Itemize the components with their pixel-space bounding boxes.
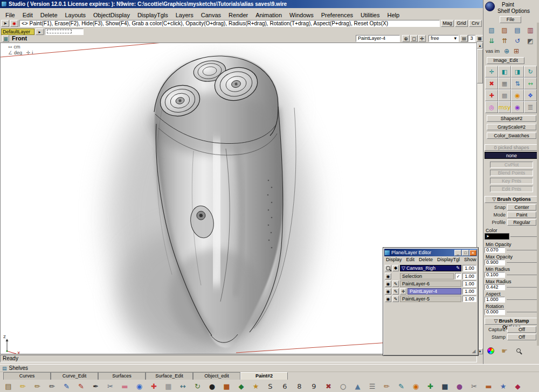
revert-icon[interactable]: ↺ <box>511 36 524 46</box>
view-grid-icon[interactable]: ▦ <box>2 35 9 42</box>
prompt-pick-icon[interactable]: ◉ <box>10 20 18 27</box>
pencil-sepia-icon[interactable]: ✏ <box>379 380 394 392</box>
mag-button[interactable]: Mag <box>441 20 454 27</box>
eye-icon[interactable]: ◉ <box>385 288 391 295</box>
scissors-icon[interactable]: ✂ <box>103 380 118 392</box>
tab-surface-edit[interactable]: Surface_Edit <box>146 372 193 380</box>
tab-paint2[interactable]: Paint#2 <box>240 372 288 380</box>
prompt-arrow-icon[interactable]: ➤ <box>1 20 9 27</box>
layers-shelf-icon[interactable]: ⊞ <box>514 47 519 55</box>
editor-menu-item[interactable]: DisplayTgl <box>437 257 460 263</box>
save-as-icon[interactable]: ▥ <box>524 25 537 36</box>
square-brush-icon[interactable]: ■ <box>219 380 234 392</box>
eraser-icon[interactable]: ▬ <box>118 380 132 392</box>
menu-item[interactable]: Edit <box>19 11 37 19</box>
canvas-plane-opacity[interactable]: 1.00 <box>462 265 476 271</box>
pen-red-icon[interactable]: ✎ <box>74 380 88 392</box>
lines-brush-icon[interactable]: ☰ <box>365 380 379 392</box>
image-edit-tab[interactable]: Image_Edit <box>487 57 524 64</box>
menu-item[interactable]: Layers <box>172 11 197 19</box>
layer-opacity[interactable]: 1.00 <box>462 296 476 302</box>
field-value-input[interactable]: 0.900 <box>485 260 505 265</box>
new-image-icon[interactable]: ▧ <box>485 25 498 36</box>
zoom-shelf-icon[interactable]: ⊕ <box>504 47 509 55</box>
pen-teal-icon[interactable]: ✎ <box>394 380 409 392</box>
resize-image-icon[interactable]: ↔ <box>524 78 537 89</box>
zoom-magnifier-icon[interactable]: ⊕ <box>402 35 410 42</box>
msy-swatch-icon[interactable]: msy <box>498 101 511 113</box>
editor-menu-item[interactable]: Show <box>464 257 476 263</box>
grayscale-button[interactable]: GrayScale#2 <box>487 124 536 130</box>
tab-curve-edit[interactable]: Curve_Edit <box>51 372 98 380</box>
none-shape-button[interactable]: none <box>485 152 538 159</box>
field-slider[interactable] <box>507 299 538 300</box>
eye-icon[interactable]: ◉ <box>385 273 391 279</box>
crv-button[interactable]: Crv <box>469 20 482 27</box>
mode-selector[interactable]: free▾ <box>429 35 459 42</box>
field-slider[interactable] <box>507 287 538 288</box>
field-slider[interactable] <box>507 262 538 263</box>
layer-preview-field[interactable] <box>45 29 84 35</box>
layer-opacity[interactable]: 1.00 <box>462 288 476 295</box>
menu-item[interactable]: File <box>2 11 19 19</box>
add-region-icon[interactable]: ✚ <box>485 89 498 101</box>
stencil-9-icon[interactable]: 9 <box>307 380 321 392</box>
shapes-button[interactable]: Shapes#2 <box>487 115 536 122</box>
star-blue-icon[interactable]: ★ <box>496 380 510 392</box>
editor-minimize-button[interactable]: _ <box>454 250 461 256</box>
stencil-s-icon[interactable]: S <box>263 380 278 392</box>
page-number-field[interactable]: 3 <box>468 35 475 42</box>
eye-icon[interactable]: ◉ <box>385 296 391 302</box>
pen-blue-icon[interactable]: ✎ <box>59 380 74 392</box>
smear-tool-icon[interactable]: ↔ <box>176 380 190 392</box>
texture-brush-icon[interactable]: ▦ <box>161 380 176 392</box>
color-swatches-button[interactable]: Color_Swatches <box>487 132 536 139</box>
menu-item[interactable]: Animation <box>252 11 286 19</box>
editor-maximize-button[interactable]: □ <box>462 250 469 256</box>
menu-item[interactable]: Render <box>225 11 252 19</box>
diamond-brush-icon[interactable]: ◆ <box>234 380 248 392</box>
field-slider[interactable] <box>507 250 538 250</box>
find-layer-icon[interactable] <box>385 265 391 271</box>
purple-dot-icon[interactable]: ● <box>452 380 467 392</box>
stencil-6-icon[interactable]: 6 <box>278 380 292 392</box>
field-slider[interactable] <box>507 275 538 275</box>
layer-opacity[interactable]: 1.00 <box>462 281 476 287</box>
file-shelf-button[interactable]: File <box>500 16 521 23</box>
menu-item[interactable]: Delete <box>37 11 61 19</box>
field-value-input[interactable]: 0.442 <box>485 284 505 290</box>
import-icon[interactable]: ⇊ <box>485 36 498 46</box>
layer-name-selected[interactable]: PaintLayer-4 <box>407 288 461 295</box>
field-value-input[interactable]: 0.100 <box>485 272 505 278</box>
menu-item[interactable]: Utilities <box>357 11 383 19</box>
page-grid-icon[interactable]: ▦ <box>476 35 483 42</box>
field-slider[interactable] <box>507 312 538 312</box>
orange-dot-icon[interactable]: ◉ <box>409 380 423 392</box>
levels-icon[interactable]: ☰ <box>524 101 537 113</box>
panel-scrollbar[interactable] <box>537 23 539 346</box>
layer-row-paintlayer-6[interactable]: ◉ ✎ PaintLayer-6 1.00 <box>385 280 476 288</box>
pan-image-icon[interactable]: ✛ <box>485 66 498 78</box>
shelf-layers-icon[interactable]: ▤ <box>1 380 16 392</box>
tab-surfaces[interactable]: Surfaces <box>98 372 146 380</box>
airbrush-icon[interactable]: ◉ <box>132 380 147 392</box>
eye-icon[interactable]: ◉ <box>385 281 391 287</box>
diamond-red-icon[interactable]: ◆ <box>510 380 525 392</box>
plane-layer-editor-window[interactable]: Plane/Layer Editor _ □ ✕ DisplayEditDele… <box>383 247 479 356</box>
rotate-image-icon[interactable]: ↻ <box>524 66 537 78</box>
layer-row-paintlayer-4[interactable]: ◉ ✎ ✛ PaintLayer-4 1.00 <box>385 288 476 295</box>
page-stack-icon[interactable]: ▤ <box>460 35 468 42</box>
dot-brush-icon[interactable]: ● <box>205 380 219 392</box>
triangle-brush-icon[interactable]: ▲ <box>350 380 365 392</box>
export-icon[interactable]: ⇈ <box>498 36 511 46</box>
rgb-balls-icon[interactable]: ❖ <box>524 89 537 101</box>
grid-button[interactable]: Grid <box>455 20 468 27</box>
option-value-button[interactable]: Off <box>507 326 536 333</box>
scroll-up-icon[interactable]: ▲ <box>477 43 483 48</box>
paint-layer-selector[interactable]: PaintLayer-4 <box>356 35 400 42</box>
palette-icon[interactable]: ◉ <box>511 101 524 113</box>
move-icon[interactable]: ✛ <box>400 288 406 295</box>
field-value-input[interactable]: 0.070 <box>485 247 505 253</box>
layer-name[interactable]: PaintLayer-5 <box>400 296 461 302</box>
canvas-plane-field[interactable]: ▽ Canvas_Righ ✎ <box>400 265 461 271</box>
